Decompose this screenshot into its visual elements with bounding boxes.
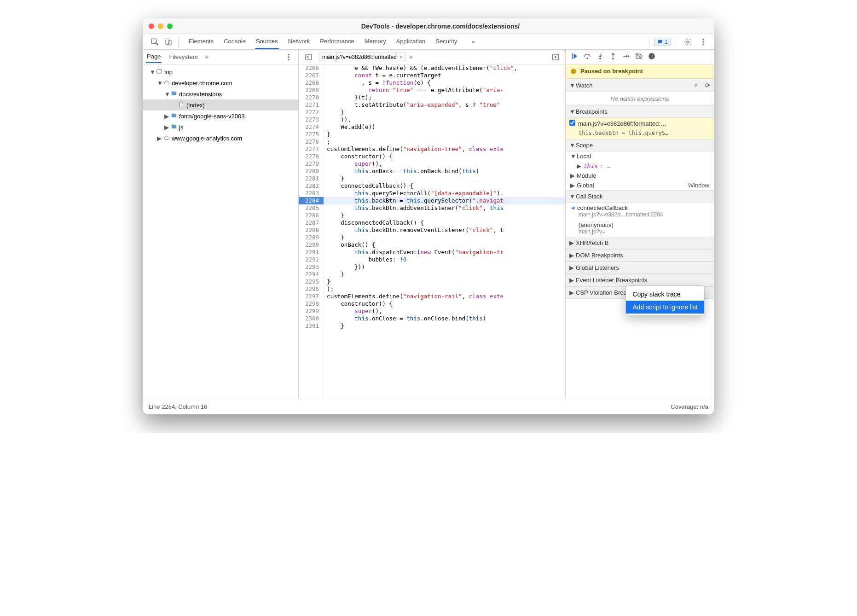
message-icon xyxy=(657,39,663,45)
tab-performance[interactable]: Performance xyxy=(319,35,355,49)
svg-point-3 xyxy=(687,41,689,43)
callstack-frame-1[interactable]: (anonymous) main.js?v= xyxy=(566,220,714,237)
svg-point-6 xyxy=(703,44,704,45)
svg-rect-11 xyxy=(305,54,312,60)
tree-item[interactable]: ▶fonts/google-sans-v2003 xyxy=(143,110,298,122)
tab-sources[interactable]: Sources xyxy=(255,35,279,49)
inspect-icon[interactable] xyxy=(148,35,162,49)
tree-item[interactable]: ▼top xyxy=(143,66,298,77)
panel-tabs: Elements Console Sources Network Perform… xyxy=(188,35,646,49)
more-tabs-icon[interactable]: » xyxy=(466,35,480,49)
maximize-window-button[interactable] xyxy=(167,23,173,29)
scope-local[interactable]: ▼Local xyxy=(566,151,714,161)
resume-icon[interactable] xyxy=(570,52,579,62)
pause-on-exceptions-icon[interactable] xyxy=(648,52,656,62)
svg-point-13 xyxy=(587,58,588,58)
editor-panel: main.js?v=e382d86f:formatted × » 2266226… xyxy=(299,50,566,399)
tree-item[interactable]: ▼developer.chrome.com xyxy=(143,77,298,88)
titlebar: DevTools - developer.chrome.com/docs/ext… xyxy=(143,18,714,34)
close-tab-icon[interactable]: × xyxy=(400,54,403,60)
editor-tabs: main.js?v=e382d86f:formatted × » xyxy=(299,50,565,64)
tab-security[interactable]: Security xyxy=(434,35,458,49)
device-toggle-icon[interactable] xyxy=(162,35,175,49)
more-editor-tabs-icon[interactable]: » xyxy=(410,53,413,60)
navigator-sidebar: Page Filesystem » ▼top▼developer.chrome.… xyxy=(143,50,299,399)
tree-item[interactable]: ▶www.google-analytics.com xyxy=(143,133,298,144)
section-header[interactable]: ▶Global Listeners xyxy=(566,262,714,274)
sidebar-tab-page[interactable]: Page xyxy=(146,51,162,63)
scope-section-header[interactable]: ▼Scope xyxy=(566,139,714,151)
sidebar-kebab-icon[interactable] xyxy=(282,50,295,64)
tab-application[interactable]: Application xyxy=(395,35,427,49)
debugger-panel: Paused on breakpoint ▼Watch+ ⟳ No watch … xyxy=(566,50,714,399)
scope-global[interactable]: ▶GlobalWindow xyxy=(566,180,714,190)
paused-banner: Paused on breakpoint xyxy=(566,64,714,78)
refresh-watch-icon[interactable]: ⟳ xyxy=(705,82,710,89)
svg-rect-19 xyxy=(652,54,653,58)
tree-item[interactable]: ▶js xyxy=(143,122,298,133)
scope-this[interactable]: ▶this: … xyxy=(566,161,714,171)
svg-rect-18 xyxy=(651,54,652,58)
run-snippet-icon[interactable] xyxy=(549,50,562,64)
svg-point-14 xyxy=(600,58,601,59)
breakpoint-checkbox[interactable] xyxy=(569,120,575,126)
cursor-position: Line 2284, Column 16 xyxy=(149,403,207,410)
tree-item[interactable]: (index) xyxy=(143,99,298,110)
debugger-toolbar xyxy=(566,50,714,64)
ctx-copy-stack-trace[interactable]: Copy stack trace xyxy=(626,288,704,301)
section-header[interactable]: ▶XHR/fetch B xyxy=(566,237,714,249)
sidebar-tabs: Page Filesystem » xyxy=(143,50,298,64)
minimize-window-button[interactable] xyxy=(158,23,163,29)
step-out-icon[interactable] xyxy=(609,52,617,62)
sidebar-tab-filesystem[interactable]: Filesystem xyxy=(168,51,198,63)
section-header[interactable]: ▶DOM Breakpoints xyxy=(566,249,714,262)
breakpoints-section-header[interactable]: ▼Breakpoints xyxy=(566,105,714,118)
svg-point-15 xyxy=(613,58,614,59)
callstack-frame-0[interactable]: ➜connectedCallback main.js?v=e382d…forma… xyxy=(566,203,714,220)
tab-console[interactable]: Console xyxy=(223,35,247,49)
window-title: DevTools - developer.chrome.com/docs/ext… xyxy=(173,23,708,30)
context-menu: Copy stack trace Add script to ignore li… xyxy=(625,285,705,316)
more-sidebar-tabs-icon[interactable]: » xyxy=(205,53,208,60)
svg-rect-10 xyxy=(157,69,162,73)
settings-icon[interactable] xyxy=(681,35,695,49)
devtools-window: DevTools - developer.chrome.com/docs/ext… xyxy=(143,18,714,414)
status-bar: Line 2284, Column 16 Coverage: n/a xyxy=(143,399,714,414)
svg-point-20 xyxy=(571,69,576,74)
breakpoint-item[interactable]: main.js?v=e382d86f:formatted:… xyxy=(566,118,714,129)
section-header[interactable]: ▶Event Listener Breakpoints xyxy=(566,274,714,286)
info-icon xyxy=(570,68,577,75)
editor-tab-file[interactable]: main.js?v=e382d86f:formatted × xyxy=(319,52,406,62)
tab-network[interactable]: Network xyxy=(287,35,311,49)
close-window-button[interactable] xyxy=(149,23,154,29)
ctx-add-to-ignore-list[interactable]: Add script to ignore list xyxy=(626,301,704,314)
editor-tab-label: main.js?v=e382d86f:formatted xyxy=(322,54,397,60)
paused-text: Paused on breakpoint xyxy=(580,68,643,75)
svg-point-8 xyxy=(288,56,289,57)
deactivate-breakpoints-icon[interactable] xyxy=(635,52,643,62)
nav-back-icon[interactable] xyxy=(301,50,315,64)
issues-badge[interactable]: 1 xyxy=(654,38,671,46)
file-tree[interactable]: ▼top▼developer.chrome.com▼docs/extension… xyxy=(143,64,298,145)
svg-point-17 xyxy=(649,53,655,59)
watch-empty-text: No watch expressions xyxy=(566,92,714,105)
step-into-icon[interactable] xyxy=(596,52,604,62)
kebab-menu-icon[interactable] xyxy=(696,35,710,49)
callstack-section-header[interactable]: ▼Call Stack xyxy=(566,190,714,203)
tab-memory[interactable]: Memory xyxy=(364,35,387,49)
code-area[interactable]: 2266226722682269227022712272227322742275… xyxy=(299,64,565,399)
step-over-icon[interactable] xyxy=(583,52,591,62)
tree-item[interactable]: ▼docs/extensions xyxy=(143,88,298,99)
scope-module[interactable]: ▶Module xyxy=(566,171,714,180)
current-frame-arrow-icon: ➜ xyxy=(570,204,575,211)
svg-point-4 xyxy=(703,39,704,40)
add-watch-icon[interactable]: + xyxy=(694,81,698,89)
svg-point-7 xyxy=(288,54,289,55)
watch-section-header[interactable]: ▼Watch+ ⟳ xyxy=(566,78,714,92)
svg-point-9 xyxy=(288,59,289,60)
svg-point-16 xyxy=(628,56,629,57)
svg-point-5 xyxy=(703,41,704,42)
tab-elements[interactable]: Elements xyxy=(188,35,214,49)
main-toolbar: Elements Console Sources Network Perform… xyxy=(143,34,714,50)
step-icon[interactable] xyxy=(622,52,630,62)
